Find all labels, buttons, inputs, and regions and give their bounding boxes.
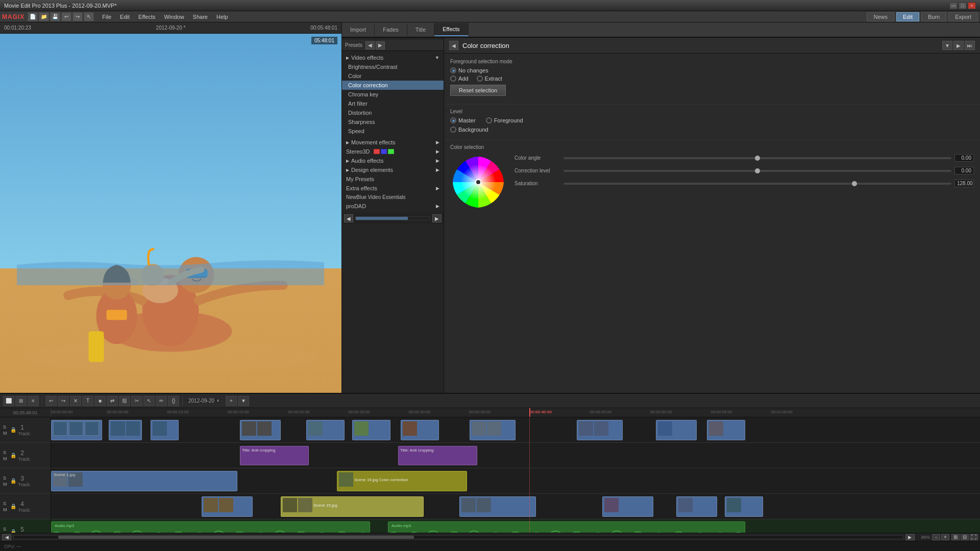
track-3-lock[interactable]: 🔒	[10, 478, 17, 485]
mode-news[interactable]: News	[867, 12, 894, 21]
level-master[interactable]: Master	[450, 117, 476, 123]
level-background[interactable]: Background	[450, 127, 488, 133]
clip-3-color-correction[interactable]: Scene 19.jpg Color correction	[337, 471, 467, 491]
delete-tl[interactable]: ✕	[70, 396, 81, 406]
clip-5-audio1[interactable]: Audio.mp3	[51, 521, 370, 533]
audio-effects-header[interactable]: ▶ Audio effects ▶	[342, 156, 444, 165]
color-angle-value[interactable]: 0.00	[954, 154, 974, 162]
level-foreground[interactable]: Foreground	[486, 117, 523, 123]
zoom-in-btn[interactable]: +	[941, 534, 949, 540]
track-2-m[interactable]: M	[2, 456, 8, 461]
undo-icon[interactable]: ↩	[61, 12, 71, 21]
cursor-icon[interactable]: ↖	[84, 12, 94, 21]
track-1-s[interactable]: S	[2, 424, 8, 430]
maximize-button[interactable]: □	[959, 2, 967, 9]
option-add[interactable]: Add	[450, 76, 469, 82]
option-no-changes[interactable]: No changes	[450, 67, 488, 73]
tab-effects[interactable]: Effects	[434, 23, 468, 36]
effect-art-filter[interactable]: Art filter	[342, 99, 444, 108]
clip-4-scene15[interactable]: Scene 15.jpg	[281, 496, 424, 517]
saturation-thumb[interactable]	[852, 181, 857, 186]
timeline-scrollbar[interactable]	[13, 535, 903, 539]
clip-1-8[interactable]	[470, 420, 516, 440]
clip-1-2[interactable]	[109, 420, 142, 440]
layout-btn2[interactable]: ⊟	[961, 534, 969, 540]
clip-1-7[interactable]	[401, 420, 439, 440]
view-storyboard[interactable]: ⬜	[3, 396, 14, 406]
clip-1-9[interactable]	[577, 420, 623, 440]
track-4-m[interactable]: M	[2, 507, 8, 512]
track-2-lock[interactable]: 🔒	[10, 452, 17, 459]
panel-filter-btn[interactable]: ▼	[942, 41, 952, 50]
clip-4-5[interactable]	[676, 496, 717, 517]
move-tl[interactable]: ⇄	[107, 396, 118, 406]
effect-brightness-contrast[interactable]: Brightness/Contrast	[342, 62, 444, 71]
nav-right-btn[interactable]: ▶	[432, 214, 442, 222]
stereo3d-header[interactable]: Stereo3D ▶	[342, 147, 444, 156]
scroll-left-btn[interactable]: ◀	[2, 534, 11, 540]
link-tl[interactable]: ⛓	[119, 396, 130, 406]
minimize-button[interactable]: —	[949, 2, 958, 9]
newblue-header[interactable]: NewBlue Video Essentials	[342, 193, 444, 202]
movement-effects-header[interactable]: ▶ Movement effects ▶	[342, 138, 444, 147]
scene-label-2012[interactable]: 2012-09-20 ×	[186, 397, 222, 404]
saturation-value[interactable]: 128.00	[954, 180, 974, 187]
effect-color[interactable]: Color	[342, 71, 444, 81]
track-3-s[interactable]: S	[2, 475, 8, 481]
clip-1-10[interactable]	[656, 420, 697, 440]
clip-1-4[interactable]	[240, 420, 281, 440]
unlink-tl[interactable]: ✂	[131, 396, 142, 406]
tab-title[interactable]: Title	[407, 23, 434, 36]
correction-level-value[interactable]: 0.00	[954, 167, 974, 174]
track-5-s[interactable]: S	[2, 527, 8, 532]
clip-3-1[interactable]: Scene 1.jpg	[51, 471, 237, 491]
text-tl[interactable]: T	[82, 396, 93, 406]
design-elements-header[interactable]: ▶ Design elements ▶	[342, 165, 444, 174]
option-extract[interactable]: Extract	[477, 76, 502, 82]
color-angle-thumb[interactable]	[755, 156, 760, 161]
scene-add[interactable]: +	[226, 396, 237, 406]
mode-burn[interactable]: Burn	[921, 12, 946, 21]
panel-end-btn[interactable]: ⏭	[965, 41, 975, 50]
track-1-lock[interactable]: 🔒	[10, 427, 17, 434]
redo-tl[interactable]: ↪	[58, 396, 69, 406]
nav-left-btn[interactable]: ◀	[344, 214, 353, 222]
save-icon[interactable]: 💾	[50, 12, 60, 21]
color-wheel-wrapper[interactable]	[450, 154, 506, 210]
track-5-lock[interactable]: 🔒	[10, 529, 17, 533]
panel-play-btn[interactable]: ▶	[953, 41, 964, 50]
saturation-slider[interactable]	[564, 183, 951, 185]
clip-4-1[interactable]	[202, 496, 253, 517]
menu-effects[interactable]: Effects	[134, 13, 159, 21]
track-1-m[interactable]: M	[2, 431, 8, 436]
panel-back-button[interactable]: ◀	[449, 41, 458, 50]
color-angle-slider[interactable]	[564, 157, 951, 159]
effect-sharpness[interactable]: Sharpness	[342, 117, 444, 127]
effect-color-correction[interactable]: Color correction	[342, 81, 444, 90]
clip-2-1[interactable]: Title: Anti cropping	[240, 446, 309, 465]
clip-1-11[interactable]	[707, 420, 745, 440]
scroll-right-btn[interactable]: ▶	[905, 534, 915, 540]
effect-distortion[interactable]: Distortion	[342, 108, 444, 117]
fx-tl[interactable]: {}	[168, 396, 179, 406]
view-toggle[interactable]: ≡	[28, 396, 39, 406]
track-2-s[interactable]: S	[2, 450, 8, 455]
clip-1-1[interactable]	[51, 420, 102, 440]
clip-2-2[interactable]: Title: Anti cropping	[398, 446, 477, 465]
list-scrollbar[interactable]	[355, 216, 430, 220]
clip-4-3[interactable]	[459, 496, 536, 517]
paint-tl[interactable]: ✏	[156, 396, 167, 406]
open-icon[interactable]: 📁	[39, 12, 49, 21]
effect-chroma-key[interactable]: Chroma key	[342, 90, 444, 99]
menu-edit[interactable]: Edit	[116, 13, 134, 21]
tab-import[interactable]: Import	[342, 23, 375, 36]
effect-speed[interactable]: Speed	[342, 127, 444, 136]
fullscreen-tl-btn[interactable]: ⛶	[970, 534, 978, 540]
menu-share[interactable]: Share	[189, 13, 212, 21]
menu-file[interactable]: File	[98, 13, 115, 21]
redo-icon[interactable]: ↪	[72, 12, 83, 21]
my-presets-header[interactable]: My Presets	[342, 174, 444, 184]
stop-tl[interactable]: ■	[94, 396, 106, 406]
reset-selection-button[interactable]: Reset selection	[450, 85, 506, 96]
prodad-header[interactable]: proDAD ▶	[342, 202, 444, 211]
